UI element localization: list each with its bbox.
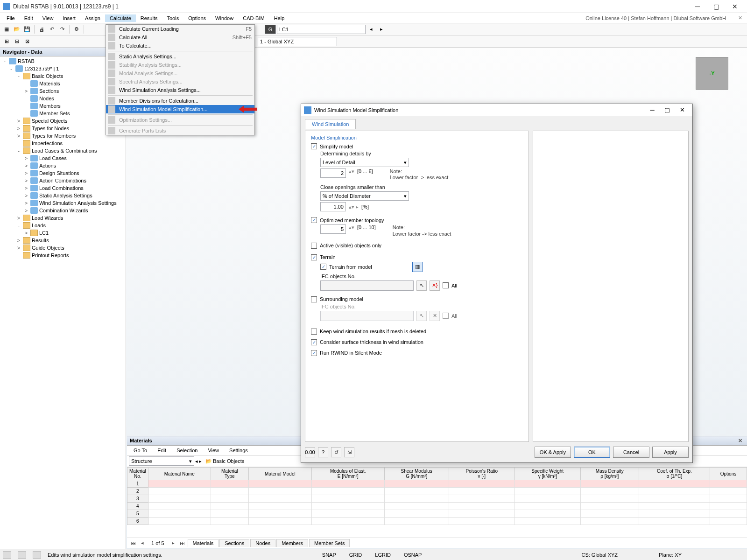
tree-item[interactable]: >Load Cases (0, 154, 126, 162)
defaults-icon[interactable]: ↺ (331, 447, 341, 457)
close-button[interactable]: ✕ (726, 1, 744, 12)
tree-item[interactable]: Imperfections (0, 140, 126, 147)
menu-cadbim[interactable]: CAD-BIM (238, 14, 269, 22)
tree-item[interactable]: >Combination Wizards (0, 207, 126, 214)
redo-icon[interactable]: ↷ (57, 25, 67, 34)
panel-close-icon[interactable]: ✕ (736, 438, 744, 444)
menu-item[interactable]: To Calculate... (106, 42, 254, 50)
tree-item[interactable]: >Results (0, 237, 126, 244)
input-close-openings-value[interactable] (320, 202, 346, 211)
tree-item[interactable]: >Guide Objects (0, 244, 126, 252)
tree-item[interactable]: Printout Reports (0, 252, 126, 259)
combo-structure[interactable]: Structure▾ (129, 456, 194, 466)
gtab-sections[interactable]: Sections (219, 539, 249, 547)
chk-active-objects[interactable] (311, 243, 317, 249)
tree-item[interactable]: >Load Wizards (0, 214, 126, 222)
calc-icon[interactable]: ⚙ (72, 25, 81, 34)
menu-item[interactable]: Calculate AllShift+F5 (106, 33, 254, 42)
gtab-membersets[interactable]: Member Sets (309, 539, 350, 547)
ptab-goto[interactable]: Go To (129, 447, 152, 454)
chk-simplify-model[interactable]: ✓ (311, 143, 317, 149)
last-page-icon[interactable]: ⏭ (178, 540, 187, 546)
view-cube[interactable]: -Y (696, 57, 728, 90)
chk-all-1[interactable] (443, 282, 449, 288)
menu-help[interactable]: Help (269, 14, 289, 22)
tree-item[interactable]: >LC1 (0, 229, 126, 237)
print-icon[interactable]: 🖨 (37, 25, 46, 34)
maximize-button[interactable]: ▢ (707, 1, 726, 12)
tree-item[interactable]: >Load Combinations (0, 184, 126, 192)
menu-item[interactable]: Calculate Current LoadingF5 (106, 25, 254, 33)
undo-icon[interactable]: ↶ (47, 25, 56, 34)
ptab-view[interactable]: View (203, 447, 224, 454)
tool-b-icon[interactable]: ⊟ (12, 37, 21, 46)
input-detail-factor[interactable] (320, 168, 346, 178)
terrain-pick-icon[interactable]: ▥ (412, 262, 423, 272)
menu-edit[interactable]: Edit (20, 14, 38, 22)
tool-a-icon[interactable]: ⊞ (2, 37, 11, 46)
ptab-settings[interactable]: Settings (225, 447, 253, 454)
mdi-close-icon[interactable]: ✕ (735, 15, 745, 21)
apply-button[interactable]: Apply (652, 447, 689, 458)
tab-wind-simulation[interactable]: Wind Simulation (305, 119, 356, 129)
status-icon-cam[interactable] (33, 551, 41, 559)
new-icon[interactable]: ▦ (2, 25, 11, 34)
chk-terrain-from-model[interactable]: ✓ (320, 264, 326, 270)
status-osnap[interactable]: OSNAP (401, 551, 425, 559)
cancel-button[interactable]: Cancel (613, 447, 649, 458)
tree-item[interactable]: >Actions (0, 162, 126, 169)
prev-lc-icon[interactable]: ◂ (366, 25, 376, 34)
table-row[interactable]: 4 (127, 503, 747, 510)
next-lc-icon[interactable]: ▸ (377, 25, 386, 34)
help-icon[interactable]: ? (318, 447, 328, 457)
menu-insert[interactable]: Insert (58, 14, 80, 22)
crumb-prev-icon[interactable]: ◂ (195, 458, 198, 464)
materials-grid[interactable]: MaterialNo.Material NameMaterialTypeMate… (127, 467, 747, 538)
table-row[interactable]: 6 (127, 518, 747, 525)
tool-c-icon[interactable]: ⊠ (22, 37, 32, 46)
chk-consider-thickness[interactable]: ✓ (311, 339, 317, 345)
menu-item[interactable]: Wind Simulation Analysis Settings... (106, 86, 254, 94)
menu-item[interactable]: Member Divisions for Calculation... (106, 97, 254, 105)
table-row[interactable]: 1 (127, 480, 747, 488)
menu-tools[interactable]: Tools (162, 14, 183, 22)
dialog-close-button[interactable]: ✕ (675, 106, 690, 113)
menu-calculate[interactable]: Calculate (105, 14, 136, 22)
chk-run-silent[interactable]: ✓ (311, 350, 317, 356)
menu-view[interactable]: View (38, 14, 58, 22)
export-icon[interactable]: ⇲ (344, 447, 354, 457)
menu-item[interactable]: Wind Simulation Model Simplification... (106, 105, 254, 113)
next-page-icon[interactable]: ▸ (169, 540, 177, 546)
breadcrumb[interactable]: Basic Objects (213, 458, 244, 464)
menu-options[interactable]: Options (183, 14, 211, 22)
input-ifc-1[interactable] (320, 280, 414, 291)
dialog-maximize-button[interactable]: ▢ (660, 106, 675, 113)
table-row[interactable]: 2 (127, 488, 747, 495)
units-icon[interactable]: 0.00 (305, 447, 315, 457)
crumb-next-icon[interactable]: ▸ (199, 458, 202, 464)
menu-file[interactable]: File (2, 14, 20, 22)
first-page-icon[interactable]: ⏮ (129, 540, 137, 546)
ok-button[interactable]: OK (574, 447, 610, 458)
chk-surrounding[interactable] (311, 296, 317, 302)
minimize-button[interactable]: ─ (688, 1, 707, 12)
combo-loadcase[interactable]: LC1 (277, 25, 366, 34)
dialog-minimize-button[interactable]: ─ (645, 106, 660, 113)
gtab-materials[interactable]: Materials (188, 539, 219, 547)
tree-item[interactable]: >Static Analysis Settings (0, 192, 126, 199)
ptab-edit[interactable]: Edit (153, 447, 171, 454)
gtab-nodes[interactable]: Nodes (250, 539, 275, 547)
tree-item[interactable]: >Action Combinations (0, 177, 126, 184)
gtab-members[interactable]: Members (276, 539, 308, 547)
save-icon[interactable]: 💾 (22, 25, 32, 34)
menu-window[interactable]: Window (211, 14, 238, 22)
clear-ifc-icon[interactable]: ✕} (430, 280, 440, 291)
chk-keep-results[interactable] (311, 329, 317, 335)
status-snap[interactable]: SNAP (319, 551, 339, 559)
menu-results[interactable]: Results (136, 14, 162, 22)
input-opt-value[interactable] (320, 224, 346, 234)
table-row[interactable]: 5 (127, 510, 747, 518)
open-icon[interactable]: 📂 (12, 25, 21, 34)
tree-item[interactable]: -Load Cases & Combinations (0, 147, 126, 154)
menu-item[interactable]: Static Analysis Settings... (106, 52, 254, 61)
